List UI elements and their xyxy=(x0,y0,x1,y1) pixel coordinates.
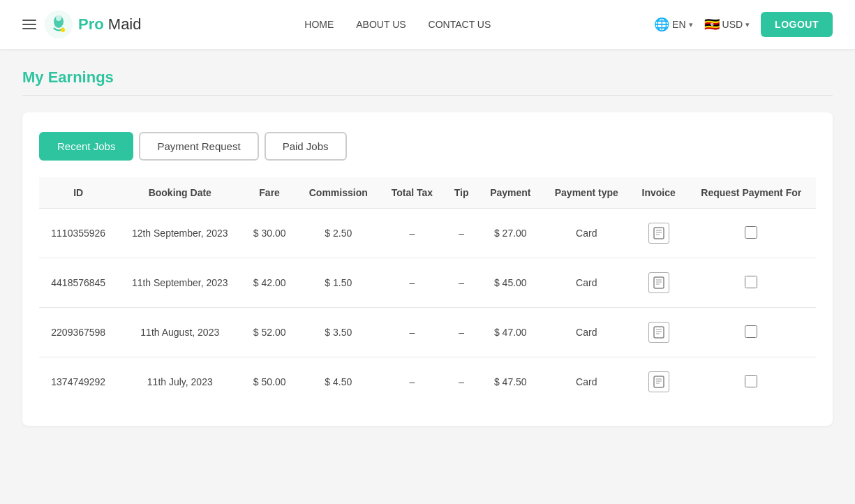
cell-payment-type: Card xyxy=(542,258,631,308)
svg-rect-16 xyxy=(654,376,664,387)
cell-tip: – xyxy=(444,308,478,357)
table-row: 111035592612th September, 2023$ 30.00$ 2… xyxy=(39,209,816,258)
col-tip: Tip xyxy=(444,177,478,209)
invoice-icon[interactable] xyxy=(648,371,669,392)
col-request-payment: Request Payment For xyxy=(687,177,816,209)
col-booking-date: Booking Date xyxy=(117,177,242,209)
table-row: 220936759811th August, 2023$ 52.00$ 3.50… xyxy=(39,308,816,357)
cell-payment: $ 45.00 xyxy=(479,258,542,308)
cell-payment-type: Card xyxy=(542,209,631,258)
cell-request-checkbox[interactable] xyxy=(687,258,816,308)
col-payment: Payment xyxy=(479,177,542,209)
cell-total-tax: – xyxy=(380,258,444,308)
cell-commission: $ 2.50 xyxy=(297,209,380,258)
tab-paid-jobs[interactable]: Paid Jobs xyxy=(265,132,347,161)
cell-booking-date: 12th September, 2023 xyxy=(117,209,242,258)
cell-request-checkbox[interactable] xyxy=(687,357,816,407)
cell-id: 1110355926 xyxy=(39,209,117,258)
tab-payment-request[interactable]: Payment Request xyxy=(139,132,258,161)
cell-total-tax: – xyxy=(380,209,444,258)
logout-button[interactable]: LOGOUT xyxy=(761,12,833,37)
curr-label: USD xyxy=(722,19,743,30)
header-nav: HOME ABOUT US CONTACT US xyxy=(304,19,491,30)
svg-point-3 xyxy=(61,28,65,32)
table-body: 111035592612th September, 2023$ 30.00$ 2… xyxy=(39,209,816,407)
cell-fare: $ 30.00 xyxy=(242,209,297,258)
cell-invoice[interactable] xyxy=(631,357,687,407)
cell-payment: $ 47.50 xyxy=(479,357,542,407)
col-commission: Commission xyxy=(297,177,380,209)
logo: Pro Maid xyxy=(45,10,142,38)
cell-tip: – xyxy=(444,357,478,407)
cell-tip: – xyxy=(444,258,478,308)
cell-total-tax: – xyxy=(380,308,444,357)
page-content: My Earnings Recent Jobs Payment Request … xyxy=(0,49,855,445)
request-payment-checkbox[interactable] xyxy=(745,325,757,338)
col-invoice: Invoice xyxy=(631,177,687,209)
col-id: ID xyxy=(39,177,117,209)
cell-fare: $ 50.00 xyxy=(242,357,297,407)
currency-selector[interactable]: 🇺🇬 USD ▾ xyxy=(704,17,750,32)
cell-booking-date: 11th August, 2023 xyxy=(117,308,242,357)
cell-fare: $ 52.00 xyxy=(242,308,297,357)
cell-id: 1374749292 xyxy=(39,357,117,407)
main-card: Recent Jobs Payment Request Paid Jobs ID… xyxy=(22,112,833,426)
lang-chevron-icon: ▾ xyxy=(689,20,693,29)
cell-tip: – xyxy=(444,209,478,258)
cell-id: 4418576845 xyxy=(39,258,117,308)
svg-point-2 xyxy=(56,15,61,21)
cell-invoice[interactable] xyxy=(631,308,687,357)
cell-invoice[interactable] xyxy=(631,209,687,258)
header-right: 🌐 EN ▾ 🇺🇬 USD ▾ LOGOUT xyxy=(654,12,833,37)
header-left: Pro Maid xyxy=(22,10,142,38)
divider xyxy=(22,95,833,96)
cell-request-checkbox[interactable] xyxy=(687,209,816,258)
cell-payment: $ 27.00 xyxy=(479,209,542,258)
table-row: 441857684511th September, 2023$ 42.00$ 1… xyxy=(39,258,816,308)
lang-flag: 🌐 xyxy=(654,17,669,32)
nav-home[interactable]: HOME xyxy=(304,19,334,30)
svg-rect-12 xyxy=(654,327,664,338)
invoice-icon[interactable] xyxy=(648,322,669,343)
lang-label: EN xyxy=(672,19,685,30)
cell-payment: $ 47.00 xyxy=(479,308,542,357)
cell-request-checkbox[interactable] xyxy=(687,308,816,357)
logo-icon xyxy=(45,10,73,38)
request-payment-checkbox[interactable] xyxy=(745,226,757,239)
col-total-tax: Total Tax xyxy=(380,177,444,209)
cell-total-tax: – xyxy=(380,357,444,407)
col-fare: Fare xyxy=(242,177,297,209)
header: Pro Maid HOME ABOUT US CONTACT US 🌐 EN ▾… xyxy=(0,0,855,49)
nav-contact[interactable]: CONTACT US xyxy=(429,19,491,30)
cell-fare: $ 42.00 xyxy=(242,258,297,308)
logo-text: Pro Maid xyxy=(78,15,142,34)
request-payment-checkbox[interactable] xyxy=(745,375,757,387)
cell-payment-type: Card xyxy=(542,357,631,407)
svg-rect-8 xyxy=(654,277,664,288)
hamburger-menu[interactable] xyxy=(22,20,36,29)
tab-bar: Recent Jobs Payment Request Paid Jobs xyxy=(39,132,816,161)
invoice-icon[interactable] xyxy=(648,223,669,244)
col-payment-type: Payment type xyxy=(542,177,631,209)
table-header: ID Booking Date Fare Commission Total Ta… xyxy=(39,177,816,209)
language-selector[interactable]: 🌐 EN ▾ xyxy=(654,17,692,32)
page-title: My Earnings xyxy=(22,68,833,87)
cell-id: 2209367598 xyxy=(39,308,117,357)
cell-booking-date: 11th September, 2023 xyxy=(117,258,242,308)
nav-about[interactable]: ABOUT US xyxy=(356,19,406,30)
curr-flag: 🇺🇬 xyxy=(704,17,720,32)
curr-chevron-icon: ▾ xyxy=(745,20,750,29)
table-row: 137474929211th July, 2023$ 50.00$ 4.50––… xyxy=(39,357,816,407)
svg-rect-4 xyxy=(654,228,664,239)
invoice-icon[interactable] xyxy=(648,272,669,293)
request-payment-checkbox[interactable] xyxy=(745,276,757,288)
jobs-table: ID Booking Date Fare Commission Total Ta… xyxy=(39,177,816,406)
jobs-table-wrapper: ID Booking Date Fare Commission Total Ta… xyxy=(39,177,816,406)
cell-commission: $ 4.50 xyxy=(297,357,380,407)
cell-payment-type: Card xyxy=(542,308,631,357)
cell-commission: $ 1.50 xyxy=(297,258,380,308)
cell-commission: $ 3.50 xyxy=(297,308,380,357)
tab-recent-jobs[interactable]: Recent Jobs xyxy=(39,132,133,161)
cell-booking-date: 11th July, 2023 xyxy=(117,357,242,407)
cell-invoice[interactable] xyxy=(631,258,687,308)
